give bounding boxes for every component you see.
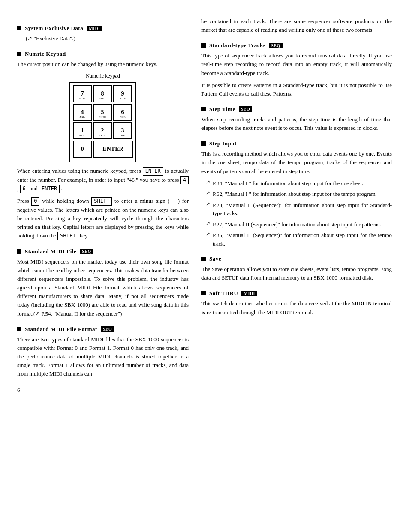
seq-badge: SEQ (101, 326, 114, 332)
standard-tracks-para1: This type of sequencer track allows you … (201, 51, 392, 77)
bullet-square (17, 249, 21, 254)
arrow-icon: ↗ (35, 310, 40, 317)
key-6-inline: 6 (20, 185, 28, 193)
bullet-square (17, 52, 21, 56)
bullet-square (201, 107, 206, 111)
arrow-icon: ↗ (206, 179, 210, 188)
key-shift-inline: SHIFT (91, 197, 112, 206)
section-header: Standard MIDI File Format SEQ (17, 326, 189, 333)
continuation-text: be contained in each track. There are so… (201, 17, 392, 34)
section-title: Step Input (209, 140, 237, 147)
key-5: 5MNO (93, 104, 112, 121)
arrow-icon: ↗ (27, 35, 32, 42)
section-header: System Exclusive Data MIDI (17, 25, 189, 32)
section-header: Standard-type Tracks SEQ (201, 42, 392, 49)
section-title: System Exclusive Data (25, 25, 83, 32)
arrow-icon: ↗ (206, 190, 210, 198)
midi-badge: MIDI (87, 26, 102, 31)
section-title: Step Time (209, 106, 235, 113)
key-8: 8VWX (93, 85, 112, 102)
keypad-row-3: 1ABC 2DEF 3GHI (73, 122, 133, 139)
keypad-row-4: 0- ENTER (73, 141, 133, 158)
section-header: Step Input (201, 140, 392, 147)
keypad: 7STU 8VWX 9YZ# 4JKL 5MNO 6PQR 1ABC 2DEF … (69, 82, 136, 162)
bullet-square (17, 327, 21, 331)
bullet-square (201, 291, 206, 295)
right-column: be contained in each track. There are so… (201, 17, 392, 394)
section-header: Save (201, 255, 392, 262)
standard-midi-file-text: Most MIDI sequencers on the market today… (17, 258, 189, 318)
bullet-text: P.23, "Manual II (Sequencer)" for inform… (213, 201, 392, 218)
section-title: Numric Keypad (25, 51, 66, 57)
key-shift-inline2: SHIFT (57, 232, 78, 240)
page-number: 6 (17, 387, 189, 394)
bullet-item-4: ↗ P.27, "Manual II (Sequencer)" for info… (201, 220, 392, 229)
arrow-icon: ↗ (206, 220, 210, 229)
seq-badge: SEQ (269, 43, 283, 48)
seq-badge: SEQ (239, 106, 253, 112)
keypad-label: Numeric keypad (17, 73, 189, 79)
arrow-icon: ↗ (206, 231, 210, 248)
section-numric-keypad: Numric Keypad The cursor position can be… (17, 51, 189, 240)
key-enter-inline2: ENTER (39, 185, 60, 193)
key-enter-inline: ENTER (143, 167, 163, 176)
key-1: 1ABC (73, 122, 92, 139)
section-step-time: Step Time SEQ When step recording tracks… (201, 106, 392, 132)
exclusive-data-note: (↗ "Exclusive Data".) (26, 34, 189, 43)
seq-badge: SEQ (80, 249, 93, 254)
save-text: The Save operation allows you to store c… (201, 265, 392, 282)
page: System Exclusive Data MIDI (↗ "Exclusive… (0, 0, 409, 411)
bullet-item-3: ↗ P.23, "Manual II (Sequencer)" for info… (201, 201, 392, 218)
bullet-item-5: ↗ P.35, "Manual II (Sequencer)" for info… (201, 231, 392, 248)
bullet-text: P.34, "Manual I " for information about … (213, 179, 363, 188)
key-enter: ENTER (93, 141, 133, 158)
step-input-para: This is a recording method which allows … (201, 150, 392, 175)
section-standard-midi-file-format: Standard MIDI File Format SEQ There are … (17, 326, 189, 379)
section-title: Standard MIDI File Format (25, 326, 97, 333)
section-standard-type-tracks: Standard-type Tracks SEQ This type of se… (201, 42, 392, 98)
standard-tracks-para2: It is possible to create Patterns in a S… (201, 81, 392, 98)
section-title: Standard MIDI File (25, 248, 76, 255)
left-column: System Exclusive Data MIDI (↗ "Exclusive… (17, 17, 189, 394)
keypad-intro: The cursor position can be changed by us… (17, 60, 189, 69)
bullet-item-1: ↗ P.34, "Manual I " for information abou… (201, 179, 392, 188)
keypad-para2: Press 0 while holding down SHIFT to ente… (17, 197, 189, 240)
section-title: Save (209, 255, 221, 262)
section-header: Standard MIDI File SEQ (17, 248, 189, 255)
section-title: Soft THRU (209, 290, 238, 297)
keypad-para1: When entering values using the numeric k… (17, 167, 189, 193)
section-save: Save The Save operation allows you to st… (201, 255, 392, 282)
step-time-text: When step recording tracks and patterns,… (201, 115, 392, 132)
bullet-item-2: ↗ P.62, "Manual I " for information abou… (201, 190, 392, 198)
section-system-exclusive-data: System Exclusive Data MIDI (↗ "Exclusive… (17, 25, 189, 43)
key-6: 6PQR (113, 104, 132, 121)
bullet-square (201, 141, 206, 146)
section-header: Numric Keypad (17, 51, 189, 57)
key-9: 9YZ# (113, 85, 132, 102)
bullet-text: P.27, "Manual II (Sequencer)" for inform… (213, 220, 381, 229)
keypad-container: Numeric keypad 7STU 8VWX 9YZ# 4JKL 5MNO … (17, 73, 189, 162)
section-standard-midi-file: Standard MIDI File SEQ Most MIDI sequenc… (17, 248, 189, 318)
key-0-inline: 0 (31, 197, 39, 206)
key-2: 2DEF (93, 122, 112, 139)
section-title: Standard-type Tracks (209, 42, 265, 49)
key-3: 3GHI (113, 122, 132, 139)
key-4: 4JKL (73, 104, 92, 121)
section-soft-thru: Soft THRU MIDI This switch determines wh… (201, 290, 392, 316)
bullet-text: P.35, "Manual II (Sequencer)" for inform… (213, 231, 392, 248)
keypad-row-1: 7STU 8VWX 9YZ# (73, 85, 133, 102)
bullet-square (201, 43, 206, 48)
midi-badge: MIDI (241, 291, 257, 296)
standard-midi-file-format-text: There are two types of standard MIDI fil… (17, 335, 189, 379)
section-header: Step Time SEQ (201, 106, 392, 113)
step-input-bullets: ↗ P.34, "Manual I " for information abou… (201, 179, 392, 248)
bullet-text: P.62, "Manual I " for information about … (213, 190, 377, 198)
key-0: 0- (73, 141, 92, 158)
section-step-input: Step Input This is a recording method wh… (201, 140, 392, 248)
section-header: Soft THRU MIDI (201, 290, 392, 297)
key-7: 7STU (73, 85, 92, 102)
soft-thru-text: This switch determines whether or not th… (201, 299, 392, 316)
arrow-icon: ↗ (206, 201, 210, 218)
keypad-row-2: 4JKL 5MNO 6PQR (73, 104, 133, 121)
bullet-square (17, 26, 21, 30)
